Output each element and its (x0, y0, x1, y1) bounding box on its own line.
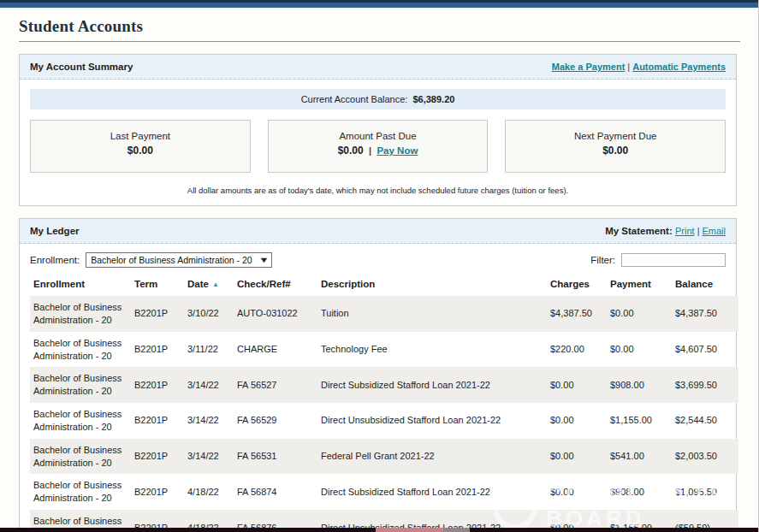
balance-value: $6,389.20 (412, 94, 454, 104)
cell-charges: $0.00 (547, 367, 607, 403)
cell-enrollment: Bachelor of Business Administration - 20 (30, 367, 131, 403)
account-summary-panel: My Account Summary Make a Payment|Automa… (19, 54, 737, 206)
ledger-title: My Ledger (30, 226, 80, 236)
pay-now-link[interactable]: Pay Now (377, 145, 418, 156)
filter-label: Filter: (590, 255, 615, 265)
table-row: Bachelor of Business Administration - 20… (30, 474, 738, 510)
cell-payment: $908.00 (607, 474, 672, 510)
last-payment-box: Last Payment $0.00 (30, 120, 251, 173)
ledger-table: EnrollmentTermDate▲Check/Ref#Description… (30, 275, 738, 532)
cell-date: 3/14/22 (184, 403, 234, 439)
cell-enrollment: Bachelor of Business Administration - 20 (30, 474, 131, 510)
table-row: Bachelor of Business Administration - 20… (30, 332, 738, 368)
column-header-check-ref-[interactable]: Check/Ref# (234, 275, 317, 296)
cell-check-ref: AUTO-031022 (234, 296, 317, 332)
bottom-edge-gray-segment (443, 528, 470, 532)
last-payment-label: Last Payment (31, 131, 250, 141)
summary-disclaimer-note: All dollar amounts are as of today's dat… (20, 186, 736, 195)
cell-date: 3/14/22 (184, 439, 234, 475)
cell-payment: $0.00 (607, 332, 672, 368)
cell-payment: $1,155.00 (607, 403, 672, 439)
column-header-enrollment[interactable]: Enrollment (30, 275, 131, 296)
column-header-date[interactable]: Date▲ (184, 275, 234, 296)
filter-input[interactable] (621, 253, 726, 267)
email-statement-link[interactable]: Email (702, 226, 726, 236)
enrollment-select[interactable]: Bachelor of Business Administration - 20… (86, 252, 272, 268)
table-row: Bachelor of Business Administration - 20… (30, 439, 738, 475)
account-summary-title: My Account Summary (30, 62, 133, 72)
table-row: Bachelor of Business Administration - 20… (30, 296, 738, 332)
statement-links: My Statement: Print|Email (605, 226, 726, 236)
ledger-controls: Enrollment: Bachelor of Business Adminis… (20, 244, 736, 275)
sort-asc-icon: ▲ (212, 281, 219, 288)
title-divider (19, 41, 740, 42)
column-header-payment[interactable]: Payment (607, 275, 672, 296)
print-statement-link[interactable]: Print (675, 226, 695, 236)
cell-charges: $0.00 (547, 474, 607, 510)
cell-enrollment: Bachelor of Business Administration - 20 (30, 296, 131, 332)
cell-balance: $2,003.50 (672, 439, 738, 475)
cell-check-ref: FA 56527 (234, 367, 317, 403)
cell-description: Technology Fee (317, 332, 547, 368)
amount-past-due-amount: $0.00 (338, 145, 364, 157)
top-navigation-bar (0, 0, 758, 8)
column-header-charges[interactable]: Charges (547, 275, 607, 296)
cell-check-ref: CHARGE (234, 332, 317, 368)
cell-check-ref: FA 56531 (234, 439, 317, 475)
last-payment-value: $0.00 (31, 145, 250, 157)
cell-payment: $908.00 (607, 367, 672, 403)
next-payment-due-label: Next Payment Due (506, 131, 725, 141)
cell-term: B2201P (131, 367, 184, 403)
cell-check-ref: FA 56874 (234, 474, 317, 510)
enrollment-selected-value: Bachelor of Business Administration - 20 (91, 255, 252, 265)
cell-payment: $0.00 (607, 296, 672, 332)
chevron-down-icon: ▼ (258, 256, 269, 264)
cell-charges: $0.00 (547, 439, 607, 475)
bottom-edge-pink-segment (376, 528, 444, 532)
enrollment-label: Enrollment: (30, 255, 80, 265)
student-accounts-page: Student Accounts My Account Summary Make… (0, 0, 759, 532)
cell-check-ref: FA 56529 (234, 403, 317, 439)
cell-term: B2201P (131, 332, 184, 368)
cell-date: 3/14/22 (184, 367, 234, 403)
table-row: Bachelor of Business Administration - 20… (30, 367, 738, 403)
cell-charges: $0.00 (547, 403, 607, 439)
statement-link-separator: | (697, 226, 700, 236)
cell-date: 4/18/22 (184, 474, 234, 510)
ledger-table-body: Bachelor of Business Administration - 20… (30, 296, 738, 532)
cell-enrollment: Bachelor of Business Administration - 20 (30, 332, 131, 368)
account-summary-body: Current Account Balance: $6,389.20 Last … (20, 89, 736, 195)
enrollment-control: Enrollment: Bachelor of Business Adminis… (30, 252, 272, 268)
account-summary-header: My Account Summary Make a Payment|Automa… (20, 55, 736, 80)
cell-balance: $3,699.50 (672, 367, 738, 403)
automatic-payments-link[interactable]: Automatic Payments (632, 62, 726, 72)
column-header-description[interactable]: Description (317, 275, 547, 296)
table-row: Bachelor of Business Administration - 20… (30, 403, 738, 439)
cell-description: Federal Pell Grant 2021-22 (317, 439, 547, 475)
statement-label: My Statement: (605, 226, 673, 236)
cell-description: Direct Subsidized Stafford Loan 2021-22 (317, 367, 547, 403)
page-title: Student Accounts (19, 17, 739, 36)
bottom-window-edge (0, 528, 758, 532)
cell-date: 3/11/22 (184, 332, 234, 368)
column-header-term[interactable]: Term (131, 275, 184, 296)
filter-control: Filter: (590, 253, 726, 267)
cell-term: B2201P (131, 474, 184, 510)
current-balance-strip: Current Account Balance: $6,389.20 (30, 89, 726, 109)
column-header-balance[interactable]: Balance (672, 275, 738, 296)
balance-label: Current Account Balance: (301, 94, 408, 104)
payment-links: Make a Payment|Automatic Payments (552, 62, 726, 72)
cell-description: Direct Unsubsidized Stafford Loan 2021-2… (317, 403, 547, 439)
cell-balance: $2,544.50 (672, 403, 738, 439)
make-a-payment-link[interactable]: Make a Payment (552, 62, 626, 72)
cell-charges: $220.00 (547, 332, 607, 368)
cell-term: B2201P (131, 403, 184, 439)
amount-past-due-value: $0.00 | Pay Now (269, 145, 488, 157)
ledger-header: My Ledger My Statement: Print|Email (20, 219, 736, 244)
amount-past-due-box: Amount Past Due $0.00 | Pay Now (268, 120, 489, 173)
cell-term: B2201P (131, 296, 184, 332)
cell-balance: $4,387.50 (672, 296, 738, 332)
cell-charges: $4,387.50 (547, 296, 607, 332)
cell-balance: $4,607.50 (672, 332, 738, 368)
cell-payment: $541.00 (607, 439, 672, 475)
